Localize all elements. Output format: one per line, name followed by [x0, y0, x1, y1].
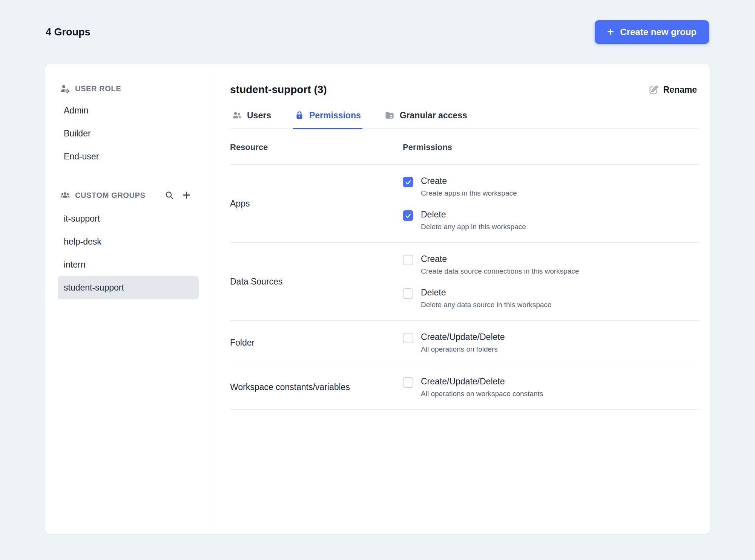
tab-permissions[interactable]: Permissions	[293, 109, 362, 129]
permission-description: All operations on workspace constants	[421, 390, 543, 398]
permission-label: Create/Update/Delete	[421, 332, 505, 342]
permission-description: Create data source connections in this w…	[421, 267, 579, 275]
group-detail-header: student-support (3) Rename	[230, 64, 699, 96]
group-title: student-support (3)	[230, 84, 327, 96]
permission-item: Create/Update/Delete All operations on f…	[403, 332, 699, 353]
custom-groups-tools: +	[164, 188, 196, 202]
table-row-apps: Apps Create Create apps in this workspac…	[230, 165, 699, 243]
user-role-list: Admin Builder End-user	[58, 99, 199, 168]
permission-item: Delete Delete any data source in this wo…	[403, 288, 699, 309]
permission-item: Create Create data source connections in…	[403, 254, 699, 275]
permission-description: Delete any data source in this workspace	[421, 301, 551, 309]
permission-description: Delete any app in this workspace	[421, 223, 526, 231]
plus-icon: +	[607, 26, 614, 38]
plus-glyph: +	[183, 188, 190, 202]
lock-icon	[295, 110, 304, 120]
resource-label: Workspace constants/variables	[230, 382, 350, 392]
rename-pencil-icon	[648, 85, 658, 95]
apps-delete-checkbox[interactable]	[403, 210, 413, 221]
folder-cud-checkbox[interactable]	[403, 333, 413, 343]
table-row-folder: Folder Create/Update/Delete All operatio…	[230, 321, 699, 365]
create-new-group-button[interactable]: + Create new group	[595, 20, 709, 44]
groups-card: USER ROLE Admin Builder End-user CUSTOM …	[45, 64, 710, 534]
sidebar-item-student-support[interactable]: student-support	[58, 276, 199, 299]
permission-label: Delete	[421, 210, 526, 220]
table-row-workspace-constants: Workspace constants/variables Create/Upd…	[230, 365, 699, 410]
data-sources-create-checkbox[interactable]	[403, 255, 413, 265]
permission-item: Create Create apps in this workspace	[403, 176, 699, 197]
permission-list: Create/Update/Delete All operations on w…	[394, 376, 699, 398]
user-role-section-title: USER ROLE	[75, 84, 121, 93]
user-role-icon	[60, 84, 70, 94]
search-groups-icon[interactable]	[164, 190, 174, 200]
page-title: 4 Groups	[46, 26, 91, 38]
table-row-data-sources: Data Sources Create Create data source c…	[230, 243, 699, 321]
sidebar-item-it-support[interactable]: it-support	[58, 207, 199, 230]
sidebar-item-intern[interactable]: intern	[58, 253, 199, 276]
custom-groups-list: it-support help-desk intern student-supp…	[58, 207, 199, 299]
add-group-icon[interactable]: +	[183, 188, 190, 202]
custom-groups-section-title: CUSTOM GROUPS	[75, 191, 145, 200]
permission-label: Delete	[421, 288, 551, 298]
custom-groups-icon	[60, 190, 70, 200]
user-role-section-header: USER ROLE	[58, 81, 199, 98]
permission-list: Create Create data source connections in…	[394, 254, 699, 309]
permission-label: Create	[421, 176, 517, 186]
permission-item: Create/Update/Delete All operations on w…	[403, 376, 699, 398]
tab-granular-access[interactable]: Granular access	[383, 109, 469, 129]
rename-label: Rename	[663, 85, 697, 95]
groups-sidebar: USER ROLE Admin Builder End-user CUSTOM …	[45, 64, 211, 534]
resource-label: Apps	[230, 199, 250, 209]
sidebar-item-end-user[interactable]: End-user	[58, 145, 199, 168]
sidebar-item-help-desk[interactable]: help-desk	[58, 230, 199, 253]
tab-permissions-label: Permissions	[309, 110, 361, 121]
sidebar-item-admin[interactable]: Admin	[58, 99, 199, 122]
resource-label: Folder	[230, 338, 255, 348]
tab-users-label: Users	[247, 110, 271, 121]
resource-column-header: Resource	[230, 142, 394, 152]
sidebar-section-gap	[58, 168, 199, 185]
create-new-group-label: Create new group	[620, 27, 697, 37]
permission-description: All operations on folders	[421, 345, 505, 353]
permission-item: Delete Delete any app in this workspace	[403, 210, 699, 231]
data-sources-delete-checkbox[interactable]	[403, 288, 413, 299]
tab-users[interactable]: Users	[230, 109, 273, 129]
permissions-table-header: Resource Permissions	[230, 129, 699, 165]
rename-button[interactable]: Rename	[646, 84, 699, 95]
group-detail-panel: student-support (3) Rename	[211, 64, 710, 534]
apps-create-checkbox[interactable]	[403, 177, 413, 187]
permission-list: Create Create apps in this workspace Del…	[394, 176, 699, 231]
workspace-constants-cud-checkbox[interactable]	[403, 377, 413, 388]
top-bar: 4 Groups + Create new group	[0, 0, 755, 44]
permission-label: Create	[421, 254, 579, 264]
tab-granular-access-label: Granular access	[400, 110, 467, 121]
permissions-column-header: Permissions	[394, 142, 699, 152]
folder-user-icon	[384, 110, 395, 121]
permission-label: Create/Update/Delete	[421, 376, 543, 387]
permission-list: Create/Update/Delete All operations on f…	[394, 332, 699, 353]
users-icon	[232, 110, 242, 121]
resource-label: Data Sources	[230, 277, 282, 287]
custom-groups-section-header: CUSTOM GROUPS +	[58, 185, 199, 206]
permission-description: Create apps in this workspace	[421, 189, 517, 197]
sidebar-item-builder[interactable]: Builder	[58, 122, 199, 145]
group-tabs: Users Permissions	[230, 109, 699, 129]
